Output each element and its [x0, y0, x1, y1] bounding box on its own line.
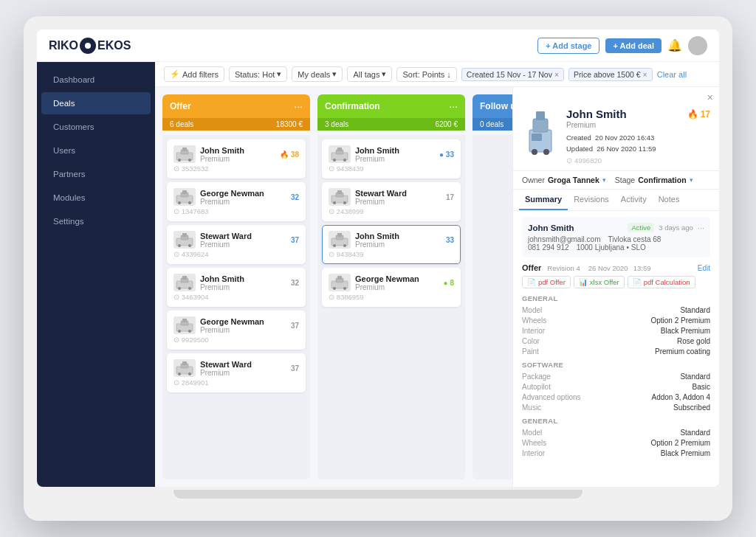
edit-link[interactable]: Edit: [698, 264, 710, 272]
col-menu-confirmation[interactable]: ···: [449, 100, 458, 112]
hero-id: ⊙ 4996820: [566, 156, 710, 164]
svg-point-28: [178, 373, 181, 375]
spec-val: Option 2 Premium: [650, 316, 710, 325]
sidebar-item-dashboard[interactable]: Dashboard: [41, 69, 151, 91]
offer-date: 26 Nov 2020: [588, 264, 628, 272]
spec-row: Advanced optionsAddon 3, Addon 4: [522, 392, 710, 402]
tab-activity[interactable]: Activity: [615, 190, 653, 210]
table-row[interactable]: Stewart Ward Premium 37 ⊙ 2849901: [167, 353, 306, 392]
chevron-down-icon3: ▾: [382, 69, 386, 79]
sort-icon: ↓: [447, 70, 451, 79]
close-button[interactable]: ×: [707, 91, 713, 103]
customer-name-link[interactable]: John Smith: [528, 224, 574, 232]
owner-field: Owner Groga Tannek ▾: [522, 176, 606, 184]
active-badge: Active: [628, 223, 654, 232]
detail-body: John Smith Active 3 days ago ··· johnsmi…: [513, 211, 719, 487]
kanban-area: Offer ··· 6 deals 18300 €: [155, 87, 512, 487]
card-machine-img: [173, 359, 196, 377]
card-info: George Newman Premium: [200, 189, 286, 206]
all-tags-filter-button[interactable]: All tags ▾: [347, 66, 392, 82]
svg-rect-51: [533, 119, 548, 132]
svg-rect-12: [182, 233, 187, 237]
card-score: 37: [291, 322, 299, 330]
spec-row: WheelsOption 2 Premium: [522, 437, 710, 448]
customer-more-icon[interactable]: ···: [698, 224, 704, 232]
tab-revisions[interactable]: Revisions: [568, 190, 615, 210]
stage-dropdown-arrow[interactable]: ▾: [690, 176, 693, 184]
tab-summary[interactable]: Summary: [519, 190, 568, 210]
svg-point-4: [188, 159, 191, 162]
card-id: ⊙ 4339624: [173, 250, 299, 258]
product-image: [522, 108, 559, 159]
add-stage-button[interactable]: + Add stage: [537, 38, 599, 54]
sidebar-item-modules[interactable]: Modules: [41, 187, 151, 209]
my-deals-filter-button[interactable]: My deals ▾: [292, 66, 343, 82]
customer-phone: 081 294 912: [528, 243, 569, 252]
file-pill-offer-xls[interactable]: 📊 xlsx Offer: [574, 276, 625, 288]
filter-tag-dates-label: Created 15 Nov - 17 Nov: [467, 70, 552, 79]
main-content: ⚡ Add filters Status: Hot ▾ My deals ▾ A…: [155, 62, 719, 487]
card-machine-img: [173, 316, 196, 334]
card-machine-img: [329, 274, 351, 291]
spec-key: Interior: [522, 449, 545, 457]
chevron-down-icon: ▾: [277, 69, 281, 79]
svg-point-48: [333, 287, 336, 290]
offer-time: 13:59: [633, 264, 651, 272]
col-deals-followup: 0 deals: [480, 120, 504, 128]
card-score: 37: [291, 236, 299, 244]
table-row[interactable]: Stewart Ward Premium 37 ⊙ 4339624: [167, 225, 306, 264]
spec-row: WheelsOption 2 Premium: [522, 315, 710, 325]
spec-val: Standard: [680, 373, 710, 381]
spec-val: Addon 3, Addon 4: [651, 393, 710, 401]
avatar[interactable]: [688, 36, 707, 55]
add-filters-button[interactable]: ⚡ Add filters: [164, 66, 224, 82]
table-row[interactable]: Stewart Ward Premium 17 ⊙ 2438999: [322, 182, 461, 221]
filter-tag-dates-close[interactable]: ×: [554, 70, 559, 79]
my-deals-label: My deals: [298, 70, 330, 79]
card-name: George Newman: [200, 317, 286, 326]
tab-notes[interactable]: Notes: [653, 190, 686, 210]
table-row[interactable]: John Smith Premium 32 ⊙ 3463904: [167, 268, 306, 307]
card-machine-img: [329, 188, 351, 206]
sort-button[interactable]: Sort: Points ↓: [396, 67, 456, 82]
filter-tag-price[interactable]: Price above 1500 € ×: [568, 68, 653, 81]
svg-point-49: [343, 287, 346, 290]
sidebar-item-deals[interactable]: Deals: [41, 92, 151, 114]
filter-tag-price-close[interactable]: ×: [643, 70, 647, 79]
detail-panel: ×: [512, 87, 719, 487]
hero-info: John Smith 🔥 17 Premium Created 20 Nov 2…: [566, 108, 710, 164]
sidebar-item-settings[interactable]: Settings: [41, 210, 151, 232]
table-row[interactable]: George Newman Premium 37 ⊙ 9929500: [167, 311, 306, 350]
file-pill-offer-pdf[interactable]: 📄 pdf Offer: [522, 276, 571, 288]
sidebar-item-users[interactable]: Users: [41, 139, 151, 162]
table-row[interactable]: John Smith Premium 🔥 38 ⊙ 3532532: [167, 139, 306, 179]
clear-all-button[interactable]: Clear all: [657, 70, 687, 79]
table-row[interactable]: John Smith Premium 33 ⊙ 9438439: [322, 225, 461, 264]
customer-email: johnsmith@gmail.com: [528, 235, 601, 243]
card-machine-img: [329, 145, 351, 163]
svg-rect-52: [536, 111, 545, 120]
sidebar-item-partners[interactable]: Partners: [41, 163, 151, 185]
card-name: George Newman: [355, 274, 439, 283]
owner-dropdown-arrow[interactable]: ▾: [602, 176, 606, 184]
card-info: John Smith Premium: [200, 146, 275, 163]
bell-icon[interactable]: 🔔: [667, 38, 682, 52]
file-pill-calculation-pdf[interactable]: 📄 pdf Calculation: [628, 276, 695, 288]
spec-key: Model: [522, 306, 542, 314]
detail-header-bar: ×: [513, 87, 719, 103]
kanban-col-followup: Follow up ··· 0 deals: [472, 94, 512, 479]
table-row[interactable]: George Newman Premium 32 ⊙ 1347683: [167, 182, 306, 221]
status-filter-button[interactable]: Status: Hot ▾: [229, 66, 287, 82]
table-row[interactable]: John Smith Premium ● 33 ⊙ 9438439: [322, 139, 461, 179]
logo: RIKO EKOS: [49, 38, 131, 54]
add-deal-button[interactable]: + Add deal: [605, 38, 662, 53]
filter-tag-dates[interactable]: Created 15 Nov - 17 Nov ×: [461, 68, 564, 81]
svg-point-19: [188, 287, 191, 290]
col-menu-offer[interactable]: ···: [294, 100, 303, 112]
sidebar-item-customers[interactable]: Customers: [41, 116, 151, 138]
card-id: ⊙ 1347683: [173, 207, 299, 215]
card-id: ⊙ 9438439: [329, 164, 454, 173]
table-row[interactable]: George Newman Premium ● 8 ⊙ 8386959: [322, 268, 461, 307]
filter-tag-price-label: Price above 1500 €: [574, 70, 640, 79]
svg-rect-2: [182, 148, 187, 151]
